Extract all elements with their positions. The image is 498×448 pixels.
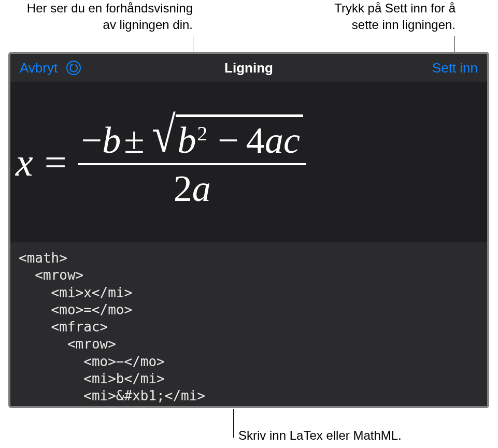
eq-two: 2 [174, 167, 192, 210]
eq-numerator: − b ± √ b 2 − 4 a c [78, 113, 306, 165]
radical-icon: √ [152, 117, 176, 164]
dialog-title: Ligning [224, 60, 273, 76]
cancel-button[interactable]: Avbryt [20, 60, 58, 76]
eq-equals: = [45, 140, 67, 185]
leader-line [233, 409, 234, 438]
callout-insert: Trykk på Sett inn for å sette inn lignin… [284, 0, 456, 34]
eq-sq: 2 [197, 122, 208, 146]
code-input[interactable]: <math> <mrow> <mi>x</mi> <mo>=</mo> <mfr… [10, 242, 487, 406]
equation-render: x = − b ± √ b 2 − 4 a c [16, 113, 306, 211]
eq-fraction: − b ± √ b 2 − 4 a c [78, 113, 306, 211]
eq-plusminus: ± [121, 119, 148, 162]
equation-dialog: Avbryt Ligning Sett inn x = − b ± √ [8, 52, 489, 408]
nav-bar: Avbryt Ligning Sett inn [10, 54, 487, 82]
eq-radicand: b 2 − 4 a c [176, 114, 303, 162]
callout-preview: Her ser du en forhåndsvisning av ligning… [0, 0, 193, 34]
eq-a: a [265, 119, 283, 162]
eq-var-x: x [16, 140, 33, 185]
eq-c: c [283, 119, 300, 162]
svg-point-0 [67, 61, 80, 75]
insert-button[interactable]: Sett inn [432, 60, 478, 76]
undo-icon[interactable] [65, 59, 82, 77]
eq-denominator: 2 a [170, 165, 214, 211]
equation-preview: x = − b ± √ b 2 − 4 a c [10, 82, 487, 242]
eq-neg: − [81, 119, 103, 162]
eq-b2: b [178, 119, 196, 162]
eq-four: 4 [246, 119, 265, 162]
callout-code: Skriv inn LaTex eller MathML. [238, 428, 402, 443]
eq-a-den: a [192, 167, 211, 210]
eq-b: b [102, 119, 121, 162]
eq-sqrt: √ b 2 − 4 a c [148, 114, 303, 162]
eq-minus: − [210, 119, 246, 162]
